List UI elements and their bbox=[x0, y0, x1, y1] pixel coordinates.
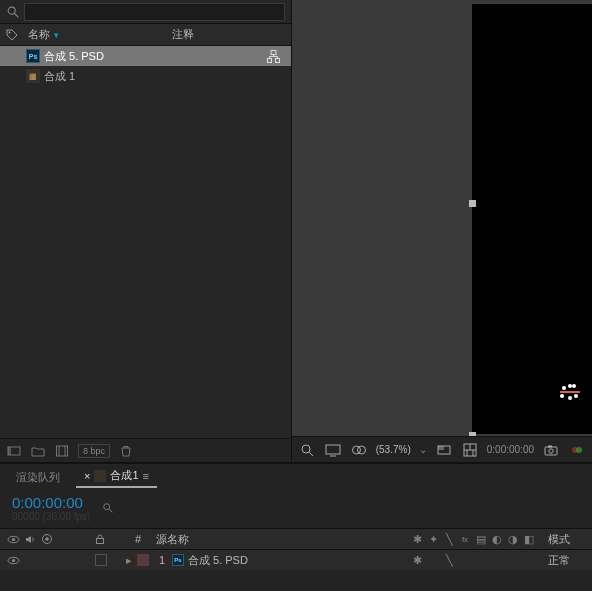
psd-file-icon: Ps bbox=[26, 49, 40, 63]
layer-quality-switch[interactable]: ╲ bbox=[442, 553, 456, 567]
project-search-input[interactable] bbox=[24, 3, 285, 21]
project-item[interactable]: Ps 合成 5. PSD bbox=[0, 46, 291, 66]
project-panel-footer: 8 bpc bbox=[0, 438, 291, 462]
layer-visibility-toggle[interactable] bbox=[6, 553, 20, 567]
timeline-search-input[interactable] bbox=[118, 501, 178, 515]
viewer-timecode[interactable]: 0:00:00:00 bbox=[487, 444, 534, 455]
svg-line-34 bbox=[110, 509, 113, 512]
layer-number-header[interactable]: # bbox=[124, 533, 152, 545]
transparency-grid-icon[interactable] bbox=[461, 442, 479, 458]
svg-rect-4 bbox=[268, 58, 272, 62]
layer-blend-mode-label: 正常 bbox=[548, 554, 570, 566]
delete-icon[interactable] bbox=[118, 443, 134, 459]
project-item-label: 合成 1 bbox=[44, 69, 75, 84]
timeline-header: 0:00:00:00 00000 (30.00 fps) bbox=[0, 488, 592, 528]
timeline-search bbox=[102, 501, 178, 515]
layer-color-swatch[interactable] bbox=[137, 554, 149, 566]
new-composition-icon[interactable] bbox=[54, 443, 70, 459]
transform-handle[interactable] bbox=[469, 432, 476, 436]
svg-point-2 bbox=[9, 31, 11, 33]
layer-expand-chevron[interactable]: ▸ bbox=[124, 554, 134, 567]
search-icon bbox=[6, 5, 20, 19]
resolution-icon[interactable] bbox=[435, 442, 453, 458]
tab-composition[interactable]: × 合成1 ≡ bbox=[76, 465, 157, 488]
mask-icon[interactable] bbox=[350, 442, 368, 458]
shy-switch-icon[interactable]: ✱ bbox=[410, 532, 424, 546]
psd-file-icon: Ps bbox=[172, 554, 184, 566]
svg-rect-30 bbox=[548, 445, 552, 447]
layer-source-name: 合成 5. PSD bbox=[184, 553, 324, 568]
flowchart-icon[interactable] bbox=[267, 49, 281, 63]
svg-point-36 bbox=[11, 537, 14, 540]
search-icon bbox=[102, 502, 114, 514]
sort-chevron-icon: ▾ bbox=[54, 30, 59, 40]
composition-icon: ▦ bbox=[26, 69, 40, 83]
adjustment-switch-icon[interactable]: ◑ bbox=[506, 532, 520, 546]
svg-point-29 bbox=[549, 448, 553, 452]
viewer-footer: (53.7%) ⌄ 0:00:00:00 bbox=[292, 436, 592, 462]
transform-handle[interactable] bbox=[469, 200, 476, 207]
layer-shy-switch[interactable]: ✱ bbox=[410, 553, 424, 567]
svg-rect-20 bbox=[326, 445, 340, 454]
svg-point-0 bbox=[8, 7, 15, 14]
viewer-canvas[interactable] bbox=[292, 0, 592, 436]
project-item-label: 合成 5. PSD bbox=[44, 49, 104, 64]
layer-lock-checkbox[interactable] bbox=[95, 554, 107, 566]
svg-rect-25 bbox=[438, 446, 444, 450]
project-item[interactable]: ▦ 合成 1 bbox=[0, 66, 291, 86]
viewer-zoom[interactable]: (53.7%) bbox=[376, 444, 411, 455]
svg-rect-5 bbox=[276, 58, 280, 62]
svg-rect-8 bbox=[57, 446, 68, 456]
audio-column-icon[interactable] bbox=[23, 532, 37, 546]
comment-column-label: 注释 bbox=[172, 28, 194, 40]
svg-point-41 bbox=[11, 558, 14, 561]
layer-number-label: # bbox=[135, 533, 141, 545]
mode-column-header[interactable]: 模式 bbox=[542, 532, 592, 547]
motion-blur-switch-icon[interactable]: ◐ bbox=[490, 532, 504, 546]
snapshot-icon[interactable] bbox=[542, 442, 560, 458]
tab-menu-icon[interactable]: ≡ bbox=[143, 470, 149, 482]
composition-viewer: (53.7%) ⌄ 0:00:00:00 bbox=[292, 0, 592, 462]
composition-canvas[interactable] bbox=[472, 4, 592, 434]
svg-point-23 bbox=[357, 446, 365, 454]
lock-column-icon[interactable] bbox=[93, 532, 107, 546]
project-column-header: 名称 ▾ 注释 bbox=[0, 24, 291, 46]
svg-point-32 bbox=[576, 447, 582, 453]
eye-column-icon[interactable] bbox=[6, 532, 20, 546]
timeline-panel: 渲染队列 × 合成1 ≡ 0:00:00:00 00000 (30.00 fps… bbox=[0, 462, 592, 591]
layer-index: 1 bbox=[152, 554, 172, 566]
svg-point-18 bbox=[302, 445, 310, 453]
svg-point-38 bbox=[45, 537, 49, 541]
layer-blend-mode[interactable]: 正常 bbox=[542, 553, 592, 568]
source-name-header[interactable]: 源名称 bbox=[152, 532, 302, 547]
project-items-list[interactable]: Ps 合成 5. PSD ▦ 合成 1 bbox=[0, 46, 291, 438]
frame-blend-switch-icon[interactable]: ▤ bbox=[474, 532, 488, 546]
3d-switch-icon[interactable]: ◧ bbox=[522, 532, 536, 546]
collapse-switch-icon[interactable]: ✦ bbox=[426, 532, 440, 546]
display-icon[interactable] bbox=[324, 442, 342, 458]
quality-switch-icon[interactable]: ╲ bbox=[442, 532, 456, 546]
tag-column-icon[interactable] bbox=[0, 29, 24, 41]
svg-rect-7 bbox=[8, 447, 11, 455]
svg-rect-3 bbox=[271, 50, 276, 54]
timeline-tabs: 渲染队列 × 合成1 ≡ bbox=[0, 464, 592, 488]
color-depth-button[interactable]: 8 bpc bbox=[78, 444, 110, 458]
svg-rect-39 bbox=[97, 539, 104, 544]
fx-switch-icon[interactable]: fx bbox=[458, 532, 472, 546]
layer-row[interactable]: ▸ 1 Ps 合成 5. PSD ✱ ╲ 正常 bbox=[0, 550, 592, 570]
project-search bbox=[0, 0, 291, 24]
solo-column-icon[interactable] bbox=[40, 532, 54, 546]
tab-render-queue[interactable]: 渲染队列 bbox=[8, 467, 68, 488]
svg-rect-28 bbox=[545, 447, 557, 455]
comment-column-header[interactable]: 注释 bbox=[164, 27, 194, 42]
svg-line-1 bbox=[15, 13, 19, 17]
channel-icon[interactable] bbox=[568, 442, 586, 458]
source-name-label: 源名称 bbox=[156, 533, 189, 545]
new-folder-icon[interactable] bbox=[30, 443, 46, 459]
current-time-display[interactable]: 0:00:00:00 bbox=[12, 494, 90, 511]
svg-line-19 bbox=[309, 452, 313, 456]
frame-rate-display: 00000 (30.00 fps) bbox=[12, 511, 90, 522]
magnify-icon[interactable] bbox=[298, 442, 316, 458]
name-column-header[interactable]: 名称 ▾ bbox=[24, 27, 164, 42]
interpret-footage-icon[interactable] bbox=[6, 443, 22, 459]
